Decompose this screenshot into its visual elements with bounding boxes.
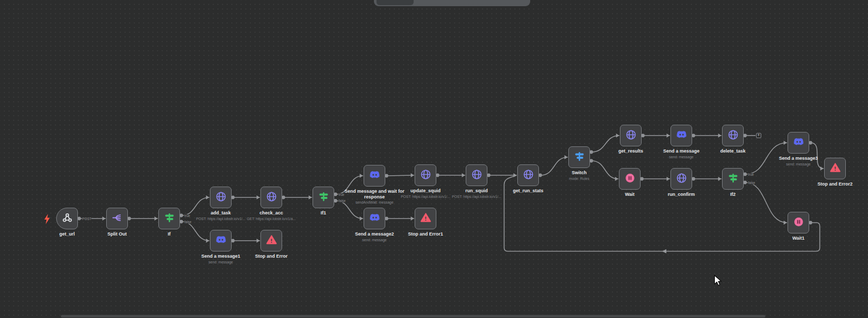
input-port[interactable] [784,221,787,225]
input-port[interactable] [103,216,106,221]
output-port[interactable] [385,174,388,178]
node-send_message2[interactable] [364,208,385,229]
input-port[interactable] [206,195,209,199]
output-port[interactable] [692,177,695,181]
http-icon [471,169,483,182]
input-port[interactable] [155,216,158,221]
http-icon [727,129,739,143]
horizontal-scrollbar[interactable] [61,315,765,317]
output-port[interactable] [640,177,644,181]
edge-send_message-to-delete_task[interactable] [694,133,722,138]
edge-if1-to-send_wait[interactable] [336,174,363,194]
node-run_squid[interactable] [466,164,487,186]
output-port[interactable] [743,134,747,138]
output-port[interactable] [231,239,235,243]
node-if2[interactable] [722,168,744,190]
edge-send_message3-to-stop_error2[interactable] [811,143,824,171]
output-port[interactable] [692,134,695,138]
output-port[interactable] [179,220,183,224]
node-send_message[interactable] [670,125,692,146]
edge-send_message2-to-stop_error1[interactable] [387,216,414,221]
workflow-canvas[interactable]: POSTtruefalsetruefalsetruefalse get_url … [0,0,868,318]
node-if[interactable] [158,208,180,229]
output-port[interactable] [231,196,235,199]
node-delete_task[interactable] [722,125,744,146]
if-icon [727,172,739,186]
edge-update_squid-to-run_squid[interactable] [438,173,465,177]
edge-split_out-to-if[interactable] [129,216,158,221]
node-stop_error2[interactable] [824,158,846,179]
edge-switch-to-get_results[interactable] [592,133,619,152]
edge-if-to-add_task[interactable] [182,195,209,215]
top-panel-tab[interactable] [376,0,414,5]
output-port[interactable] [809,141,812,145]
node-check_acc[interactable] [260,187,282,208]
node-get_url[interactable] [56,208,78,229]
output-port[interactable] [385,217,388,221]
input-port[interactable] [206,239,209,243]
node-send_wait[interactable] [364,165,385,187]
input-port[interactable] [462,173,465,177]
node-get_results[interactable] [620,125,642,146]
node-update_squid[interactable] [415,164,436,186]
edge-add_task-to-check_acc[interactable] [233,195,260,199]
add-node-button[interactable]: + [756,133,761,138]
input-port[interactable] [667,133,670,138]
input-port[interactable] [411,173,414,177]
output-port[interactable] [282,196,285,199]
edge-check_acc-to-if1[interactable] [284,195,312,199]
edge-get_run_stats-to-switch[interactable] [541,155,568,175]
edge-if-to-send_message1[interactable] [182,222,209,243]
input-port[interactable] [718,133,722,138]
node-stop_error1[interactable] [415,208,436,229]
input-port[interactable] [718,177,722,181]
node-if1[interactable] [313,187,334,208]
input-port[interactable] [360,174,363,178]
input-port[interactable] [360,216,363,221]
node-send_message1[interactable] [210,230,232,252]
input-port[interactable] [667,177,670,181]
edge-wait-to-run_confirm[interactable] [642,177,670,181]
output-port[interactable] [127,217,131,221]
edge-switch-to-wait[interactable] [592,161,618,181]
output-port[interactable] [334,193,337,196]
output-port[interactable] [436,174,439,177]
output-port[interactable] [589,150,593,154]
output-port[interactable] [809,221,812,225]
output-port[interactable] [589,159,593,163]
input-port[interactable] [411,216,414,221]
node-switch[interactable] [568,146,590,168]
input-port[interactable] [257,239,260,243]
input-port[interactable] [615,177,618,181]
node-stop_error[interactable] [260,230,282,252]
output-port[interactable] [641,134,645,138]
edge-send_wait-to-update_squid[interactable] [387,173,414,177]
edge-if2-to-wait1[interactable] [745,182,787,225]
input-port[interactable] [784,141,787,145]
edge-send_message1-to-stop_error[interactable] [233,239,260,243]
output-port[interactable] [538,174,542,177]
node-wait1[interactable] [788,212,809,233]
output-port[interactable] [743,181,747,185]
output-port[interactable] [179,214,183,217]
edge-run_confirm-to-if2[interactable] [694,177,722,181]
output-port[interactable] [743,173,747,176]
node-get_run_stats[interactable] [517,164,539,186]
output-port[interactable] [334,199,337,203]
input-port[interactable] [565,155,568,159]
node-run_confirm[interactable] [670,168,692,190]
edge-get_results-to-send_message[interactable] [643,133,670,138]
output-port[interactable] [487,174,490,177]
input-port[interactable] [616,133,619,138]
node-wait[interactable] [619,168,641,190]
output-port[interactable] [77,217,81,221]
edge-if1-to-send_message2[interactable] [336,201,363,221]
input-port[interactable] [309,195,312,199]
node-split_out[interactable] [106,208,128,229]
input-port[interactable] [821,166,824,171]
edge-if2-to-send_message3[interactable] [745,141,787,174]
node-add_task[interactable] [210,187,232,208]
node-send_message3[interactable] [788,132,809,154]
input-port[interactable] [257,195,260,199]
http-icon [625,129,637,143]
